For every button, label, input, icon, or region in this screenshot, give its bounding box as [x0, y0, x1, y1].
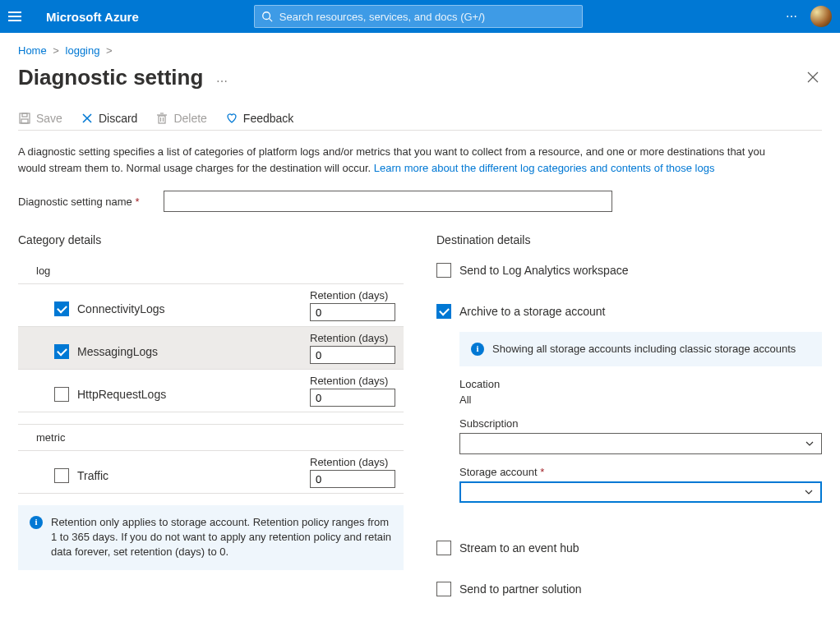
log-group-label: log	[18, 258, 404, 284]
breadcrumb: Home > logging >	[18, 44, 822, 57]
send-log-analytics-checkbox[interactable]	[436, 263, 451, 278]
retention-label: Retention (days)	[310, 456, 388, 468]
svg-line-1	[269, 19, 272, 22]
chevron-right-icon: >	[106, 44, 113, 57]
log-row: ConnectivityLogsRetention (days)	[18, 284, 404, 327]
retention-input[interactable]	[310, 470, 395, 488]
log-label: HttpRequestLogs	[77, 388, 166, 401]
storage-info-text: Showing all storage accounts including c…	[492, 342, 796, 357]
page-title: Diagnostic setting	[18, 65, 203, 90]
chevron-right-icon: >	[53, 44, 59, 57]
save-label: Save	[36, 112, 62, 125]
save-button[interactable]: Save	[18, 112, 62, 125]
send-partner-checkbox[interactable]	[436, 582, 451, 596]
stream-event-hub-label: Stream to an event hub	[459, 541, 579, 555]
info-icon: i	[30, 516, 43, 529]
user-avatar[interactable]	[810, 6, 832, 27]
retention-info-box: i Retention only applies to storage acco…	[18, 505, 404, 570]
log-checkbox[interactable]	[54, 387, 69, 402]
save-icon	[18, 112, 31, 125]
diagnostic-name-input[interactable]	[164, 191, 612, 212]
log-checkbox[interactable]	[54, 301, 69, 316]
discard-button[interactable]: Discard	[81, 112, 137, 125]
svg-rect-5	[22, 113, 27, 117]
heart-icon	[225, 112, 238, 125]
location-label: Location	[459, 378, 822, 390]
svg-rect-6	[21, 119, 28, 123]
archive-storage-checkbox[interactable]	[436, 304, 451, 319]
storage-account-select[interactable]	[459, 481, 822, 503]
storage-info-box: i Showing all storage accounts including…	[459, 332, 822, 366]
close-icon	[807, 71, 819, 83]
metric-checkbox[interactable]	[54, 468, 69, 483]
chevron-down-icon	[805, 439, 815, 449]
discard-icon	[81, 112, 94, 125]
metric-label: Traffic	[77, 469, 108, 482]
log-row: HttpRequestLogsRetention (days)	[18, 370, 404, 412]
category-details-heading: Category details	[18, 233, 404, 246]
command-toolbar: Save Discard Delete Feedback	[18, 107, 822, 131]
breadcrumb-item-home[interactable]: Home	[18, 44, 47, 57]
destination-details-section: Destination details Send to Log Analytic…	[436, 233, 822, 601]
delete-label: Delete	[173, 112, 206, 125]
stream-event-hub-checkbox[interactable]	[436, 541, 451, 555]
breadcrumb-item-logging[interactable]: logging	[66, 44, 100, 57]
discard-label: Discard	[99, 112, 137, 125]
menu-hamburger-icon[interactable]	[8, 12, 31, 21]
info-icon: i	[471, 343, 484, 356]
feedback-label: Feedback	[243, 112, 293, 125]
feedback-button[interactable]: Feedback	[225, 112, 293, 125]
close-blade-button[interactable]	[804, 67, 822, 89]
retention-label: Retention (days)	[310, 332, 388, 344]
retention-label: Retention (days)	[310, 289, 388, 301]
log-checkbox[interactable]	[54, 344, 69, 359]
svg-point-0	[263, 12, 270, 20]
destination-details-heading: Destination details	[436, 233, 822, 246]
search-placeholder: Search resources, services, and docs (G+…	[279, 11, 485, 23]
retention-info-text: Retention only applies to storage accoun…	[51, 515, 392, 560]
description-learn-more-link[interactable]: Learn more about the different log categ…	[374, 162, 715, 174]
brand-label[interactable]: Microsoft Azure	[46, 10, 139, 24]
diagnostic-name-label: Diagnostic setting name *	[18, 196, 139, 208]
delete-button[interactable]: Delete	[155, 112, 206, 125]
log-label: MessagingLogs	[77, 345, 158, 358]
topbar-overflow-icon[interactable]: ⋯	[786, 10, 799, 23]
retention-label: Retention (days)	[310, 375, 388, 387]
azure-topbar: Microsoft Azure Search resources, servic…	[0, 0, 840, 33]
send-log-analytics-label: Send to Log Analytics workspace	[459, 264, 628, 277]
log-label: ConnectivityLogs	[77, 302, 165, 315]
description-text: A diagnostic setting specifies a list of…	[18, 144, 791, 176]
archive-storage-label: Archive to a storage account	[459, 305, 605, 318]
location-value: All	[459, 394, 822, 406]
search-icon	[261, 11, 273, 22]
global-search-input[interactable]: Search resources, services, and docs (G+…	[254, 5, 583, 28]
retention-input[interactable]	[310, 303, 395, 321]
page-title-more-icon[interactable]: ⋯	[216, 75, 229, 88]
svg-rect-9	[159, 116, 165, 123]
subscription-label: Subscription	[459, 417, 822, 430]
storage-account-label: Storage account *	[459, 466, 822, 478]
retention-input[interactable]	[310, 346, 395, 364]
send-partner-label: Send to partner solution	[459, 582, 582, 596]
subscription-select[interactable]	[459, 433, 822, 454]
category-details-section: Category details log ConnectivityLogsRet…	[18, 233, 404, 570]
chevron-down-icon	[804, 487, 814, 497]
metric-row: TrafficRetention (days)	[18, 451, 404, 494]
delete-icon	[155, 112, 168, 125]
log-row: MessagingLogsRetention (days)	[18, 327, 404, 370]
retention-input[interactable]	[310, 389, 395, 407]
metric-group-label: metric	[18, 424, 404, 451]
